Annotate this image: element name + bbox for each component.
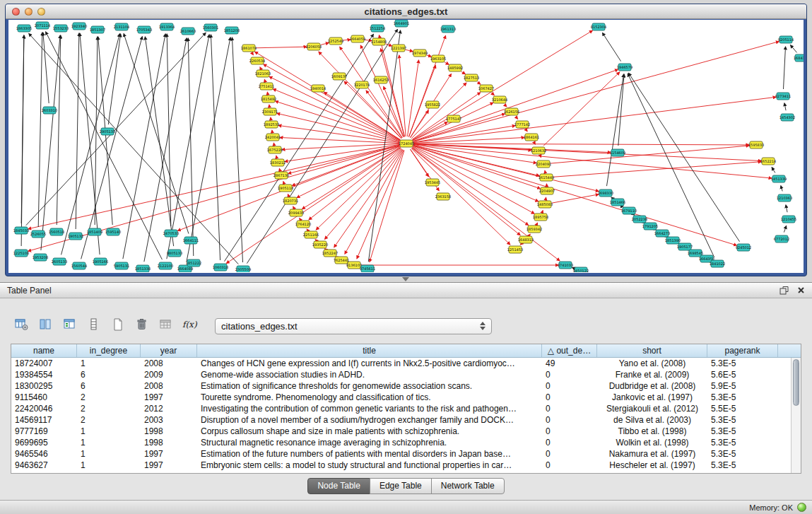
table-cell-short[interactable]: Yano et al. (2008) <box>597 358 707 368</box>
graph-edge[interactable] <box>21 35 24 246</box>
column-header-short[interactable]: short <box>597 344 707 357</box>
graph-node[interactable]: 2305509 <box>235 266 251 272</box>
table-cell-name[interactable]: 14569117 <box>11 415 77 425</box>
graph-edge[interactable] <box>319 52 401 139</box>
graph-node[interactable]: 2131104 <box>114 23 129 30</box>
graph-node[interactable]: 1953445 <box>425 179 440 186</box>
graph-node[interactable]: 2867130 <box>273 172 289 179</box>
table-cell-in_degree[interactable]: 1 <box>77 426 141 436</box>
graph-node[interactable]: 2420041 <box>265 134 281 141</box>
column-header-year[interactable]: year <box>141 344 197 357</box>
graph-edge[interactable] <box>280 137 399 143</box>
table-cell-pagerank[interactable]: 5.3E-5 <box>707 415 778 425</box>
graph-node[interactable]: 1698330 <box>598 189 613 197</box>
column-visibility-button[interactable] <box>37 317 55 335</box>
graph-node[interactable]: 1210632 <box>531 147 546 154</box>
row-height-button[interactable] <box>85 317 103 335</box>
graph-node[interactable]: 1648313 <box>518 236 534 243</box>
graph-node[interactable]: 1664059 <box>350 35 365 42</box>
table-cell-title[interactable]: Structural magnetic resonance image aver… <box>197 438 542 448</box>
graph-edge[interactable] <box>606 74 623 186</box>
graph-node[interactable]: 1225108 <box>13 250 29 257</box>
graph-edge[interactable] <box>413 42 779 142</box>
graph-node[interactable]: 1485083 <box>537 201 553 208</box>
table-cell-year[interactable]: 1998 <box>141 438 197 448</box>
graph-node[interactable]: 1913364 <box>159 23 175 30</box>
graph-edge[interactable] <box>781 186 782 192</box>
graph-edge[interactable] <box>516 117 517 119</box>
table-cell-title[interactable]: Genome-wide association studies in ADHD. <box>197 370 542 380</box>
graph-edge[interactable] <box>76 33 79 229</box>
tab-network-table[interactable]: Network Table <box>431 478 505 494</box>
table-cell-pagerank[interactable]: 5.3E-5 <box>707 392 778 402</box>
import-table-button[interactable] <box>157 317 175 335</box>
graph-node[interactable]: 1830212 <box>270 159 286 166</box>
table-cell-short[interactable]: Nakamura et al. (1997) <box>597 449 707 459</box>
graph-node[interactable]: 1963105 <box>430 55 446 62</box>
column-header-pagerank[interactable]: pagerank <box>707 344 778 357</box>
graph-node[interactable]: 1851208 <box>224 27 240 34</box>
graph-node[interactable]: 1679110 <box>621 207 637 214</box>
graph-edge[interactable] <box>413 144 749 145</box>
table-cell-out_degree[interactable]: 0 <box>542 415 597 425</box>
graph-node[interactable]: 2204091 <box>536 160 551 168</box>
graph-node[interactable]: 1961313 <box>440 25 456 33</box>
graph-node[interactable]: 1905132 <box>68 233 83 240</box>
column-header-title[interactable]: title <box>197 344 542 357</box>
table-cell-name[interactable]: 9463627 <box>11 460 77 470</box>
graph-node[interactable]: 1454302 <box>779 114 795 121</box>
table-row[interactable]: 2242004622012Investigating the contribut… <box>11 403 801 414</box>
table-cell-short[interactable]: Hescheler et al. (1997) <box>597 460 707 470</box>
table-cell-out_degree[interactable]: 0 <box>542 404 597 414</box>
table-row[interactable]: 969969511998Structural magnetic resonanc… <box>11 437 801 448</box>
graph-edge[interactable] <box>316 148 401 230</box>
table-cell-pagerank[interactable]: 5.9E-5 <box>707 381 778 391</box>
graph-node[interactable]: 2071114 <box>35 22 50 29</box>
graph-edge[interactable] <box>232 37 242 262</box>
tab-edge-table[interactable]: Edge Table <box>370 478 432 494</box>
graph-edge[interactable] <box>413 144 611 152</box>
table-cell-name[interactable]: 9115460 <box>11 392 77 402</box>
graph-edge[interactable] <box>43 33 49 103</box>
graph-node[interactable]: 2605133 <box>52 258 67 265</box>
graph-edge[interactable] <box>602 33 620 61</box>
table-cell-year[interactable]: 1997 <box>141 449 197 459</box>
graph-edge[interactable] <box>399 55 406 136</box>
table-cell-short[interactable]: Tibbo et al. (1998) <box>597 426 707 436</box>
graph-node[interactable]: 1815492 <box>261 95 276 103</box>
table-cell-title[interactable]: Tourette syndrome. Phenomenology and cla… <box>197 392 542 402</box>
table-cell-in_degree[interactable]: 2 <box>77 415 141 425</box>
graph-node[interactable]: 1626156 <box>504 108 519 115</box>
graph-node[interactable]: 1512254 <box>370 25 385 32</box>
table-cell-short[interactable]: Franke et al. (2009) <box>597 370 707 380</box>
graph-node[interactable]: 1953208 <box>33 254 48 261</box>
graph-edge[interactable] <box>783 47 785 89</box>
graph-node[interactable]: 1777142 <box>514 121 530 128</box>
graph-edge[interactable] <box>41 35 60 250</box>
graph-node[interactable]: 1154808 <box>371 38 387 45</box>
graph-edge[interactable] <box>108 34 120 124</box>
graph-edge[interactable] <box>273 89 399 141</box>
graph-edge[interactable] <box>324 248 325 249</box>
graph-edge[interactable] <box>300 218 300 219</box>
graph-edge[interactable] <box>211 35 220 260</box>
graph-edge[interactable] <box>61 34 120 255</box>
graph-edge[interactable] <box>461 71 466 74</box>
table-cell-out_degree[interactable]: 0 <box>542 460 597 470</box>
graph-node[interactable]: 1851409 <box>87 228 102 235</box>
graph-node[interactable]: 9245012 <box>736 244 751 251</box>
table-cell-year[interactable]: 1997 <box>141 392 197 402</box>
graph-node[interactable]: 1851222 <box>186 259 201 267</box>
graph-node[interactable]: 2526055 <box>30 230 46 238</box>
graph-edge[interactable] <box>321 42 329 45</box>
graph-edge[interactable] <box>188 38 194 256</box>
table-cell-year[interactable]: 1998 <box>141 426 197 436</box>
window-minimize-button[interactable] <box>25 8 33 16</box>
graph-node[interactable]: 1724045 <box>399 140 414 147</box>
table-cell-pagerank[interactable]: 5.6E-5 <box>707 370 778 380</box>
graph-node[interactable]: 1974349 <box>412 49 428 57</box>
table-cell-year[interactable]: 2009 <box>141 370 197 380</box>
graph-node[interactable]: 1595833 <box>748 141 764 148</box>
table-cell-in_degree[interactable]: 6 <box>77 381 141 391</box>
graph-node[interactable]: 1553233 <box>53 25 69 32</box>
